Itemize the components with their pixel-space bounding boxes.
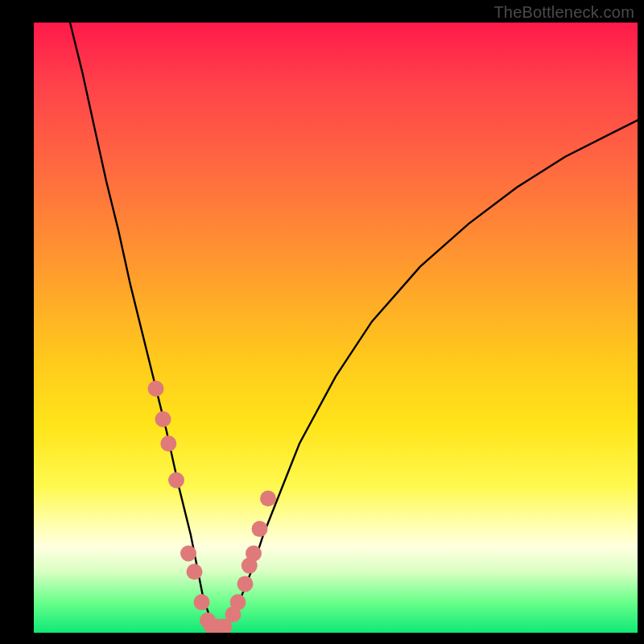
watermark-text: TheBottleneck.com xyxy=(493,3,634,22)
chart-stage: TheBottleneck.com xyxy=(0,0,644,644)
highlight-dot xyxy=(252,521,268,537)
highlight-dot xyxy=(194,594,210,610)
highlight-dots-group xyxy=(148,381,277,633)
curve-svg xyxy=(34,23,638,633)
highlight-dot xyxy=(237,576,254,592)
highlight-dot xyxy=(230,594,246,610)
highlight-dot xyxy=(260,490,276,506)
highlight-dot xyxy=(180,546,196,562)
plot-area xyxy=(34,23,638,633)
highlight-dot xyxy=(187,564,203,580)
highlight-dot xyxy=(168,473,184,489)
highlight-dot xyxy=(148,381,164,397)
highlight-dot xyxy=(155,411,171,427)
highlight-dot xyxy=(246,546,262,562)
highlight-dot xyxy=(160,436,176,452)
bottleneck-curve xyxy=(70,23,638,626)
